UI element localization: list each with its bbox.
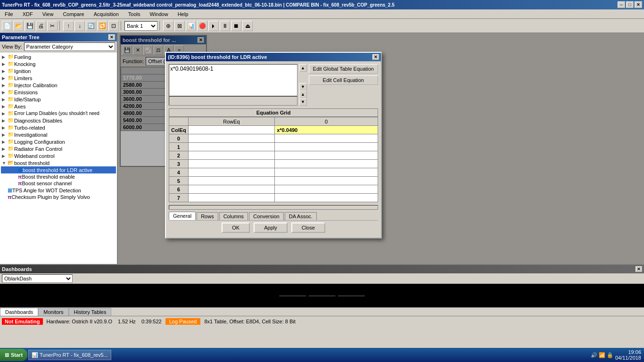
menu-bar: File XDF View Compare Acquisition Tools …	[0, 9, 644, 19]
grid-cell-0-roweq[interactable]	[188, 134, 274, 143]
open-btn[interactable]: 📂	[13, 21, 24, 31]
tab-history-tables[interactable]: History Tables	[69, 308, 112, 316]
close-button[interactable]: ✕	[635, 1, 642, 8]
scroll-down-btn[interactable]: ▼	[299, 83, 307, 90]
tab-general[interactable]: General	[169, 212, 196, 220]
grid-cell-1-roweq[interactable]	[188, 143, 274, 151]
grid-cell-4-0[interactable]	[275, 168, 378, 177]
tree-item-emissions[interactable]: ▶ 📁 Emissions	[1, 89, 116, 96]
bank-select[interactable]: Bank 1 Bank 2	[124, 21, 157, 31]
grid-cell-7-roweq[interactable]	[188, 194, 274, 202]
tree-item-fueling[interactable]: ▶ 📁 Fueling	[1, 53, 116, 60]
tree-label-injector-cal: Injector Calibration	[14, 82, 58, 88]
save-btn[interactable]: 💾	[25, 21, 35, 31]
tab-da-assoc[interactable]: DA Assoc.	[285, 212, 317, 220]
toolbar-btn-10[interactable]: ⊡	[108, 21, 119, 31]
toolbar-btn-13[interactable]: 📊	[186, 21, 196, 31]
taskbar-app-tunerpro[interactable]: 📊 TunerPro RT - fix_608_rev5...	[28, 350, 111, 360]
toolbar-btn-14[interactable]: 🔴	[197, 21, 207, 31]
grid-cell-2-0[interactable]	[275, 151, 378, 160]
toolbar-btn-11[interactable]: ⊕	[163, 21, 173, 31]
tree-item-boost-sensor[interactable]: π Boost sensor channel	[1, 180, 116, 187]
tree-item-diag-disables[interactable]: ▶ 📁 Diagnostics Disables	[1, 117, 116, 124]
tree-item-boost-threshold[interactable]: ▼ 📂 boost threshold	[1, 159, 116, 166]
tree-item-idle-startup[interactable]: ▶ 📁 Idle/Startup	[1, 96, 116, 103]
grid-cell-4-roweq[interactable]	[188, 168, 274, 177]
grid-cell-6-roweq[interactable]	[188, 185, 274, 194]
equation-textarea[interactable]	[169, 64, 297, 96]
scroll-up-btn[interactable]: ▲	[299, 64, 307, 72]
grid-cell-3-roweq[interactable]	[188, 160, 274, 168]
tree-item-limiters[interactable]: ▶ 📁 Limiters	[1, 74, 116, 82]
tab-monitors[interactable]: Monitors	[38, 308, 68, 316]
tree-item-boost-enable[interactable]: π Boost threshold enable	[1, 173, 116, 180]
param-tree-close[interactable]: ✕	[108, 34, 115, 40]
toolbar-btn-12[interactable]: ⊠	[174, 21, 185, 31]
close-button-modal[interactable]: Close	[291, 222, 325, 233]
tree-item-logging-config[interactable]: ▶ 📁 Logging Configuration	[1, 138, 116, 145]
toolbar-btn-9[interactable]: 🔁	[97, 21, 107, 31]
toolbar-btn-15[interactable]: ⏵	[208, 21, 219, 31]
tree-item-boost-ldr[interactable]: ▦ boost threshold for LDR active	[1, 166, 116, 173]
maximize-button[interactable]: □	[626, 1, 634, 8]
menu-window[interactable]: Window	[147, 10, 171, 18]
grid-cell-5-roweq[interactable]	[188, 177, 274, 185]
menu-view[interactable]: View	[40, 10, 57, 18]
toolbar-btn-7[interactable]: ↓	[74, 21, 85, 31]
grid-cell-3-0[interactable]	[275, 160, 378, 168]
new-btn[interactable]: 📄	[2, 21, 12, 31]
toolbar-btn-8[interactable]: 🔄	[86, 21, 96, 31]
tab-dashboards[interactable]: Dashboards	[0, 308, 38, 316]
grid-cell-5-0[interactable]	[275, 177, 378, 185]
modal-close-btn[interactable]: ✕	[372, 54, 379, 60]
grid-cell-2-roweq[interactable]	[188, 151, 274, 160]
folder-icon-investigational: 📁	[8, 132, 14, 138]
edit-cell-equation-btn[interactable]: Edit Cell Equation	[309, 75, 378, 85]
menu-xdf[interactable]: XDF	[20, 10, 36, 18]
menu-help[interactable]: Help	[175, 10, 191, 18]
grid-cell-0-0[interactable]	[275, 134, 378, 143]
tab-conversion[interactable]: Conversion	[249, 212, 284, 220]
tree-item-error-lamp[interactable]: ▶ 📁 Error Lamp Disables (you shouldn't n…	[1, 110, 116, 117]
tree-item-axes[interactable]: ▶ 📁 Axes	[1, 103, 116, 110]
grid-col-eq-val[interactable]: x*0.0490	[275, 126, 378, 134]
edit-global-table-btn[interactable]: Edit Global Table Equation	[309, 64, 378, 74]
ok-button[interactable]: OK	[222, 222, 250, 233]
start-button[interactable]: ⊞ Start	[0, 349, 27, 361]
tree-item-investigational[interactable]: ▶ 📁 Investigational	[1, 131, 116, 138]
apply-button[interactable]: Apply	[254, 222, 288, 233]
grid-cell-7-0[interactable]	[275, 194, 378, 202]
minimize-button[interactable]: ─	[618, 1, 625, 8]
grid-cell-6-0[interactable]	[275, 185, 378, 194]
tree-item-ignition[interactable]: ▶ 📁 Ignition	[1, 67, 116, 74]
tab-columns[interactable]: Columns	[219, 212, 248, 220]
tree-item-injector-cal[interactable]: ▶ 📁 Injector Calibration	[1, 82, 116, 89]
toolbar-btn-18[interactable]: ⏏	[242, 21, 253, 31]
tree-label-limiters: Limiters	[14, 75, 33, 81]
tree-item-radiator-fan[interactable]: ▶ 📁 Radiator Fan Control	[1, 145, 116, 152]
dashboards-close[interactable]: ✕	[636, 266, 642, 272]
toolbar-btn-6[interactable]: ↑	[63, 21, 74, 31]
tree-item-turbo-related[interactable]: ▶ 📁 Turbo-related	[1, 124, 116, 131]
menu-acquisition[interactable]: Acquisition	[91, 10, 122, 18]
time-display: 19:06 04/11/2018	[615, 349, 641, 361]
grid-row-7: 7	[169, 194, 189, 202]
menu-compare[interactable]: Compare	[60, 10, 87, 18]
view-by-select[interactable]: Parameter Category	[24, 42, 115, 51]
tree-item-knocking[interactable]: ▶ 📁 Knocking	[1, 60, 116, 67]
tab-rows[interactable]: Rows	[197, 212, 218, 220]
toolbar-btn-5[interactable]: ✂	[47, 21, 58, 31]
toolbar-btn-16[interactable]: ⏸	[220, 21, 230, 31]
menu-tools[interactable]: Tools	[125, 10, 143, 18]
tree-item-wideband[interactable]: ▶ 📁 Wideband control	[1, 152, 116, 159]
toolbar-btn-4[interactable]: 🖨	[36, 21, 46, 31]
dashboard-select[interactable]: OblarkDash	[2, 274, 73, 283]
scroll-up-btn-2[interactable]: ▲	[299, 90, 307, 98]
grid-cell-1-0[interactable]	[275, 143, 378, 151]
tree-item-tps-angle[interactable]: ▦ TPS Angle for WOT Detection	[1, 187, 116, 194]
grid-scrollbar[interactable]	[169, 205, 378, 210]
menu-file[interactable]: File	[2, 10, 16, 18]
toolbar-btn-17[interactable]: ⏹	[231, 21, 241, 31]
scroll-down-btn-2[interactable]: ▼	[299, 98, 307, 106]
tree-item-checksum[interactable]: π Checksum Plugin by Simply Volvo	[1, 194, 116, 200]
